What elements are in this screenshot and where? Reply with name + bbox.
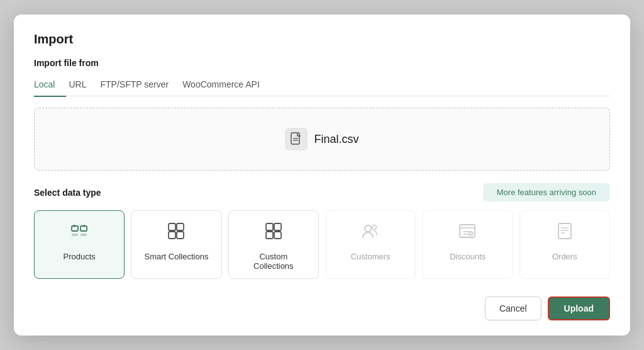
products-label: Products: [64, 252, 96, 261]
svg-rect-4: [80, 226, 87, 231]
data-type-smart-collections[interactable]: Smart Collections: [131, 210, 221, 279]
svg-rect-16: [274, 232, 281, 239]
import-modal: Import Import file from Local URL FTP/SF…: [14, 14, 630, 336]
orders-icon: [555, 221, 575, 246]
tab-local[interactable]: Local: [34, 74, 66, 97]
svg-rect-3: [72, 226, 78, 231]
data-type-discounts: Discounts: [422, 210, 513, 279]
file-icon: [285, 128, 308, 150]
customers-label: Customers: [351, 252, 391, 261]
import-from-label: Import file from: [34, 58, 610, 68]
file-dropzone[interactable]: Final.csv: [34, 108, 610, 171]
tab-url[interactable]: URL: [66, 74, 97, 97]
tab-ftp[interactable]: FTP/SFTP server: [97, 74, 180, 97]
custom-collections-icon: [264, 221, 284, 246]
custom-collections-label: Custom Collections: [240, 252, 307, 271]
data-types-grid: Products Smart Collections: [34, 210, 610, 279]
modal-footer: Cancel Upload: [34, 296, 610, 320]
svg-rect-6: [80, 234, 87, 236]
data-type-customers: Customers: [325, 210, 416, 279]
select-data-row: Select data type More features arriving …: [34, 183, 610, 201]
svg-rect-19: [460, 225, 475, 237]
svg-rect-14: [274, 223, 281, 230]
file-name: Final.csv: [314, 133, 358, 146]
svg-rect-5: [72, 234, 78, 236]
cancel-button[interactable]: Cancel: [485, 296, 541, 320]
data-type-custom-collections[interactable]: Custom Collections: [228, 210, 319, 279]
data-type-products[interactable]: Products: [34, 210, 125, 279]
svg-point-17: [365, 225, 371, 232]
modal-overlay: Import Import file from Local URL FTP/SF…: [0, 0, 644, 350]
svg-rect-25: [558, 223, 571, 239]
svg-rect-11: [169, 232, 175, 239]
svg-rect-12: [177, 232, 184, 239]
discounts-icon: [457, 221, 477, 246]
svg-point-18: [372, 225, 377, 230]
svg-line-24: [470, 232, 472, 235]
file-display: Final.csv: [285, 128, 358, 150]
orders-label: Orders: [552, 252, 577, 261]
customers-icon: [360, 221, 380, 246]
svg-rect-9: [169, 223, 175, 230]
smart-collections-icon: [166, 221, 186, 246]
data-type-orders: Orders: [519, 210, 610, 279]
upload-button[interactable]: Upload: [548, 296, 610, 320]
svg-rect-10: [177, 223, 184, 230]
svg-rect-15: [266, 232, 273, 239]
features-badge: More features arriving soon: [483, 183, 610, 201]
tab-bar: Local URL FTP/SFTP server WooCommerce AP…: [34, 74, 610, 97]
modal-title: Import: [34, 32, 610, 47]
discounts-label: Discounts: [450, 252, 486, 261]
tab-woocommerce[interactable]: WooCommerce API: [180, 74, 271, 97]
svg-rect-13: [266, 223, 273, 230]
smart-collections-label: Smart Collections: [145, 252, 209, 261]
products-icon: [69, 221, 89, 246]
select-data-label: Select data type: [34, 188, 101, 198]
